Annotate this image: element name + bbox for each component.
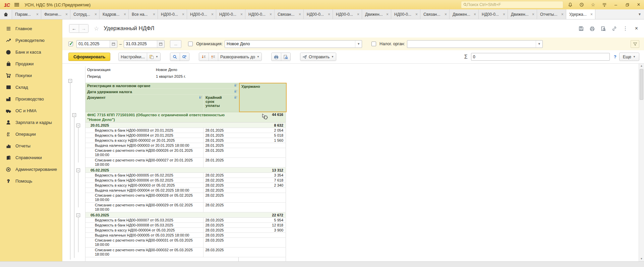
period-checkbox[interactable] (68, 42, 73, 46)
favorite-star-icon[interactable]: ☆ (94, 25, 99, 32)
report-row[interactable]: Выдача наличных НД00-000004 от 05.02.202… (85, 188, 286, 193)
report-row[interactable]: Списание с расчетного счета НД00-000029 … (85, 203, 286, 212)
sidebar-item-4[interactable]: Покупки (0, 70, 62, 81)
sidebar-item-13[interactable]: ?Помощь (0, 175, 62, 187)
report-variants-button[interactable]: ▼ (147, 53, 160, 61)
report-row[interactable]: Выдача наличных НД00-000005 от 05.03.202… (85, 233, 286, 238)
report-group-row[interactable]: 05.02.202513 312 (85, 168, 286, 173)
report-group-row[interactable]: 20.01.20258 632 (85, 123, 286, 128)
scroll-up-icon[interactable]: ▲ (639, 64, 644, 68)
forward-button[interactable]: → (79, 24, 88, 32)
tab-close-icon[interactable]: × (532, 12, 534, 17)
scroll-down-icon[interactable]: ▼ (639, 257, 644, 261)
favorites-star-icon[interactable]: ☆ (590, 2, 596, 7)
tab[interactable]: НД00-0...× (391, 9, 420, 19)
report-row[interactable]: Списание с расчетного счета НД00-000031 … (85, 238, 286, 248)
date-from-input[interactable] (77, 42, 110, 46)
history-icon[interactable] (579, 2, 584, 7)
tab-close-icon[interactable]: × (357, 12, 359, 17)
report-org-row[interactable]: Организация Новое Дело (85, 66, 286, 73)
tab-close-icon[interactable]: × (270, 12, 272, 17)
save-icon[interactable] (578, 26, 584, 31)
tab-close-icon[interactable]: × (240, 12, 243, 17)
tab[interactable]: Движен...× (362, 9, 391, 19)
sidebar-item-2[interactable]: ₽Банк и касса (0, 46, 62, 58)
tab-list-dropdown[interactable]: ▼ (635, 9, 644, 19)
collapse-group-toggle[interactable]: − (72, 113, 76, 117)
report-fns-group-row[interactable]: ФНС 7715 КПП 771501001 (Общество с огран… (85, 112, 286, 123)
minimize-button[interactable]: – (613, 2, 619, 7)
report-row[interactable]: Ведомость в банк НД00-000003 от 20.01.20… (85, 128, 286, 133)
tax-authority-combo[interactable]: ▼ (407, 40, 543, 48)
get-link-icon[interactable] (611, 26, 617, 31)
sidebar-item-9[interactable]: ДтКтОперации (0, 128, 62, 140)
find-next-button[interactable] (180, 53, 189, 61)
tab-close-icon[interactable]: × (124, 12, 126, 17)
home-tab[interactable] (0, 9, 12, 19)
report-row[interactable]: Ведомость в банк НД00-000005 от 05.02.20… (85, 173, 286, 178)
calendar-icon[interactable] (157, 41, 164, 48)
print-preview-icon[interactable] (600, 26, 606, 31)
sidebar-item-7[interactable]: ОС и НМА (0, 105, 62, 117)
tab-close-icon[interactable]: × (153, 12, 155, 17)
report-row[interactable]: Ведомость в банк НД00-000008 от 05.03.20… (85, 223, 286, 228)
header-withheld-selected[interactable]: Удержано (239, 83, 287, 112)
date-from-field[interactable] (76, 40, 117, 48)
sidebar-item-12[interactable]: Администрирование (0, 163, 62, 175)
collapse-group-toggle[interactable]: − (76, 169, 80, 172)
tab[interactable]: Все на...× (129, 9, 158, 19)
sort-icon[interactable] (234, 83, 238, 88)
find-button[interactable] (170, 53, 180, 61)
tab-close-icon[interactable]: × (95, 12, 97, 17)
tab[interactable]: Парам...× (12, 9, 41, 19)
sidebar-item-8[interactable]: Зарплата и кадры (0, 117, 62, 128)
report-row[interactable]: Списание с расчетного счета НД00-000032 … (85, 248, 286, 257)
expand-groups-button[interactable] (209, 53, 218, 61)
report-row[interactable]: Ведомость в банк НД00-000004 от 20.01.20… (85, 133, 286, 138)
sidebar-item-6[interactable]: Производство (0, 93, 62, 105)
tab-close-icon[interactable]: × (36, 12, 39, 17)
tab-close-icon[interactable]: × (182, 12, 184, 17)
tab[interactable]: Движен...× (508, 9, 537, 19)
restore-button[interactable] (625, 2, 630, 7)
tab[interactable]: Физиче...× (41, 9, 70, 19)
tab[interactable]: Связан...× (275, 9, 304, 19)
tab[interactable]: Кадров...× (100, 9, 129, 19)
tab-close-icon[interactable]: × (211, 12, 214, 17)
preview-button[interactable] (281, 53, 290, 61)
report-row[interactable]: Ведомость в банк НД00-000006 от 05.02.20… (85, 178, 286, 183)
report-row[interactable]: Списание с расчетного счета НД00-000027 … (85, 158, 286, 168)
global-search-input[interactable] (467, 2, 561, 7)
tab[interactable]: Движен...× (450, 9, 479, 19)
tab-close-icon[interactable]: × (328, 12, 330, 17)
date-to-field[interactable] (124, 40, 165, 48)
notifications-bell-icon[interactable] (568, 2, 573, 7)
tab-close-icon[interactable]: × (561, 12, 564, 17)
report-row[interactable]: Ведомость в кассу НД00-000003 от 05.02.2… (85, 183, 286, 188)
collapse-group-toggle[interactable]: − (76, 124, 80, 127)
global-search[interactable] (461, 1, 563, 8)
report-row[interactable]: Ведомость в кассу НД00-000002 от 20.01.2… (85, 138, 286, 143)
filter-funnel-button[interactable] (631, 40, 639, 48)
tab-close-icon[interactable]: × (65, 12, 68, 17)
tab[interactable]: НД00-0...× (245, 9, 275, 19)
tab-close-icon[interactable]: × (415, 12, 418, 17)
collapse-group-toggle[interactable]: − (76, 213, 80, 217)
tax-authority-checkbox[interactable] (371, 42, 376, 46)
tax-authority-input[interactable] (407, 42, 536, 46)
organization-checkbox[interactable] (188, 42, 193, 46)
tab-close-icon[interactable]: × (299, 12, 301, 17)
tab-close-icon[interactable]: × (474, 12, 476, 17)
calendar-icon[interactable] (110, 41, 117, 48)
report-row[interactable]: Списание с расчетного счета НД00-000026 … (85, 148, 286, 158)
collapse-group-toggle[interactable]: − (68, 79, 72, 83)
report-row[interactable]: Ведомость в кассу НД00-000004 от 05.03.2… (85, 228, 286, 233)
tab-close-icon[interactable]: × (445, 12, 447, 17)
back-button[interactable]: ← (69, 24, 79, 32)
tab[interactable]: Сотруд...× (70, 9, 100, 19)
organization-combo[interactable]: ▼ (225, 40, 362, 48)
expand-to-button[interactable]: Разворачивать до▼ (218, 53, 261, 61)
chevron-down-icon[interactable]: ▼ (355, 41, 362, 48)
scrollbar-thumb[interactable] (640, 69, 643, 100)
vertical-scrollbar[interactable]: ▲ ▼ (639, 64, 644, 261)
